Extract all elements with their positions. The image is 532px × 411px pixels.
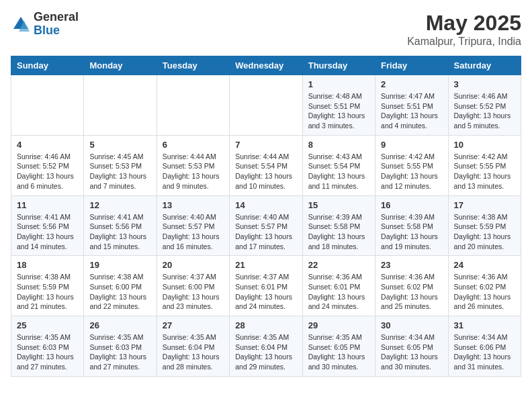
day-info: Sunrise: 4:46 AM Sunset: 5:52 PM Dayligh… xyxy=(454,91,515,131)
calendar-cell: 1Sunrise: 4:48 AM Sunset: 5:51 PM Daylig… xyxy=(302,75,375,136)
day-number: 5 xyxy=(89,140,150,150)
title-section: May 2025 Kamalpur, Tripura, India xyxy=(407,11,521,48)
calendar-cell: 16Sunrise: 4:39 AM Sunset: 5:58 PM Dayli… xyxy=(375,195,448,256)
day-info: Sunrise: 4:38 AM Sunset: 6:00 PM Dayligh… xyxy=(89,272,150,312)
calendar-cell: 4Sunrise: 4:46 AM Sunset: 5:52 PM Daylig… xyxy=(11,135,84,195)
day-info: Sunrise: 4:35 AM Sunset: 6:03 PM Dayligh… xyxy=(89,332,150,372)
weekday-header-wednesday: Wednesday xyxy=(230,56,302,75)
weekday-header-saturday: Saturday xyxy=(448,56,521,75)
calendar-cell xyxy=(157,75,229,136)
day-number: 9 xyxy=(381,140,442,150)
calendar-cell: 14Sunrise: 4:40 AM Sunset: 5:57 PM Dayli… xyxy=(230,195,302,256)
weekday-header-thursday: Thursday xyxy=(302,56,375,75)
calendar-cell: 19Sunrise: 4:38 AM Sunset: 6:00 PM Dayli… xyxy=(84,256,157,316)
day-number: 13 xyxy=(163,200,224,210)
day-info: Sunrise: 4:47 AM Sunset: 5:51 PM Dayligh… xyxy=(381,91,442,131)
page-header: General Blue May 2025 Kamalpur, Tripura,… xyxy=(11,11,521,48)
day-number: 29 xyxy=(308,320,369,330)
day-number: 31 xyxy=(454,320,515,330)
day-number: 15 xyxy=(308,200,369,210)
calendar-week-row-1: 1Sunrise: 4:48 AM Sunset: 5:51 PM Daylig… xyxy=(11,75,521,136)
day-number: 17 xyxy=(454,200,515,210)
day-number: 23 xyxy=(381,260,442,270)
day-info: Sunrise: 4:37 AM Sunset: 6:01 PM Dayligh… xyxy=(235,272,296,312)
day-info: Sunrise: 4:34 AM Sunset: 6:05 PM Dayligh… xyxy=(381,332,442,372)
day-number: 26 xyxy=(89,320,150,330)
day-info: Sunrise: 4:36 AM Sunset: 6:02 PM Dayligh… xyxy=(381,272,442,312)
calendar-cell: 27Sunrise: 4:35 AM Sunset: 6:04 PM Dayli… xyxy=(157,316,229,377)
day-info: Sunrise: 4:42 AM Sunset: 5:55 PM Dayligh… xyxy=(454,152,515,191)
day-info: Sunrise: 4:41 AM Sunset: 5:56 PM Dayligh… xyxy=(89,212,150,252)
day-number: 20 xyxy=(163,260,224,270)
day-info: Sunrise: 4:38 AM Sunset: 5:59 PM Dayligh… xyxy=(454,212,515,252)
calendar-cell: 10Sunrise: 4:42 AM Sunset: 5:55 PM Dayli… xyxy=(448,135,521,195)
calendar-cell: 9Sunrise: 4:42 AM Sunset: 5:55 PM Daylig… xyxy=(375,135,448,195)
logo-blue-label: Blue xyxy=(34,24,79,38)
day-info: Sunrise: 4:48 AM Sunset: 5:51 PM Dayligh… xyxy=(308,91,369,131)
calendar-week-row-3: 11Sunrise: 4:41 AM Sunset: 5:56 PM Dayli… xyxy=(11,195,521,256)
weekday-header-row: SundayMondayTuesdayWednesdayThursdayFrid… xyxy=(11,56,521,75)
day-number: 19 xyxy=(89,260,150,270)
calendar-table: SundayMondayTuesdayWednesdayThursdayFrid… xyxy=(11,56,521,377)
day-number: 3 xyxy=(454,79,515,89)
day-number: 16 xyxy=(381,200,442,210)
calendar-cell: 18Sunrise: 4:38 AM Sunset: 5:59 PM Dayli… xyxy=(11,256,84,316)
calendar-cell: 3Sunrise: 4:46 AM Sunset: 5:52 PM Daylig… xyxy=(448,75,521,136)
day-info: Sunrise: 4:40 AM Sunset: 5:57 PM Dayligh… xyxy=(235,212,296,252)
day-number: 11 xyxy=(17,200,78,210)
day-number: 8 xyxy=(308,140,369,150)
logo-icon xyxy=(11,14,31,34)
day-number: 30 xyxy=(381,320,442,330)
day-number: 14 xyxy=(235,200,296,210)
day-number: 28 xyxy=(235,320,296,330)
calendar-week-row-2: 4Sunrise: 4:46 AM Sunset: 5:52 PM Daylig… xyxy=(11,135,521,195)
calendar-cell: 13Sunrise: 4:40 AM Sunset: 5:57 PM Dayli… xyxy=(157,195,229,256)
calendar-cell: 15Sunrise: 4:39 AM Sunset: 5:58 PM Dayli… xyxy=(302,195,375,256)
day-info: Sunrise: 4:43 AM Sunset: 5:54 PM Dayligh… xyxy=(308,152,369,191)
calendar-cell: 17Sunrise: 4:38 AM Sunset: 5:59 PM Dayli… xyxy=(448,195,521,256)
calendar-cell: 2Sunrise: 4:47 AM Sunset: 5:51 PM Daylig… xyxy=(375,75,448,136)
day-info: Sunrise: 4:35 AM Sunset: 6:04 PM Dayligh… xyxy=(163,332,224,372)
day-info: Sunrise: 4:39 AM Sunset: 5:58 PM Dayligh… xyxy=(308,212,369,252)
day-info: Sunrise: 4:44 AM Sunset: 5:53 PM Dayligh… xyxy=(163,152,224,191)
weekday-header-tuesday: Tuesday xyxy=(157,56,229,75)
day-number: 21 xyxy=(235,260,296,270)
day-number: 25 xyxy=(17,320,78,330)
day-info: Sunrise: 4:35 AM Sunset: 6:04 PM Dayligh… xyxy=(235,332,296,372)
day-info: Sunrise: 4:44 AM Sunset: 5:54 PM Dayligh… xyxy=(235,152,296,191)
calendar-cell: 20Sunrise: 4:37 AM Sunset: 6:00 PM Dayli… xyxy=(157,256,229,316)
day-number: 2 xyxy=(381,79,442,89)
calendar-cell xyxy=(84,75,157,136)
day-info: Sunrise: 4:35 AM Sunset: 6:03 PM Dayligh… xyxy=(17,332,78,372)
weekday-header-friday: Friday xyxy=(375,56,448,75)
calendar-cell: 12Sunrise: 4:41 AM Sunset: 5:56 PM Dayli… xyxy=(84,195,157,256)
calendar-cell: 23Sunrise: 4:36 AM Sunset: 6:02 PM Dayli… xyxy=(375,256,448,316)
day-info: Sunrise: 4:36 AM Sunset: 6:02 PM Dayligh… xyxy=(454,272,515,312)
day-info: Sunrise: 4:34 AM Sunset: 6:06 PM Dayligh… xyxy=(454,332,515,372)
day-info: Sunrise: 4:35 AM Sunset: 6:05 PM Dayligh… xyxy=(308,332,369,372)
logo: General Blue xyxy=(11,11,79,38)
day-number: 4 xyxy=(17,140,78,150)
logo-text: General Blue xyxy=(34,11,79,38)
calendar-cell: 7Sunrise: 4:44 AM Sunset: 5:54 PM Daylig… xyxy=(230,135,302,195)
calendar-cell xyxy=(11,75,84,136)
calendar-cell: 25Sunrise: 4:35 AM Sunset: 6:03 PM Dayli… xyxy=(11,316,84,377)
calendar-week-row-4: 18Sunrise: 4:38 AM Sunset: 5:59 PM Dayli… xyxy=(11,256,521,316)
calendar-cell: 8Sunrise: 4:43 AM Sunset: 5:54 PM Daylig… xyxy=(302,135,375,195)
day-number: 22 xyxy=(308,260,369,270)
calendar-cell: 29Sunrise: 4:35 AM Sunset: 6:05 PM Dayli… xyxy=(302,316,375,377)
day-info: Sunrise: 4:36 AM Sunset: 6:01 PM Dayligh… xyxy=(308,272,369,312)
day-info: Sunrise: 4:42 AM Sunset: 5:55 PM Dayligh… xyxy=(381,152,442,191)
day-info: Sunrise: 4:45 AM Sunset: 5:53 PM Dayligh… xyxy=(89,152,150,191)
calendar-cell xyxy=(230,75,302,136)
calendar-cell: 5Sunrise: 4:45 AM Sunset: 5:53 PM Daylig… xyxy=(84,135,157,195)
day-number: 18 xyxy=(17,260,78,270)
calendar-week-row-5: 25Sunrise: 4:35 AM Sunset: 6:03 PM Dayli… xyxy=(11,316,521,377)
day-info: Sunrise: 4:37 AM Sunset: 6:00 PM Dayligh… xyxy=(163,272,224,312)
day-number: 24 xyxy=(454,260,515,270)
day-info: Sunrise: 4:46 AM Sunset: 5:52 PM Dayligh… xyxy=(17,152,78,191)
calendar-cell: 30Sunrise: 4:34 AM Sunset: 6:05 PM Dayli… xyxy=(375,316,448,377)
calendar-cell: 22Sunrise: 4:36 AM Sunset: 6:01 PM Dayli… xyxy=(302,256,375,316)
calendar-cell: 6Sunrise: 4:44 AM Sunset: 5:53 PM Daylig… xyxy=(157,135,229,195)
calendar-cell: 21Sunrise: 4:37 AM Sunset: 6:01 PM Dayli… xyxy=(230,256,302,316)
